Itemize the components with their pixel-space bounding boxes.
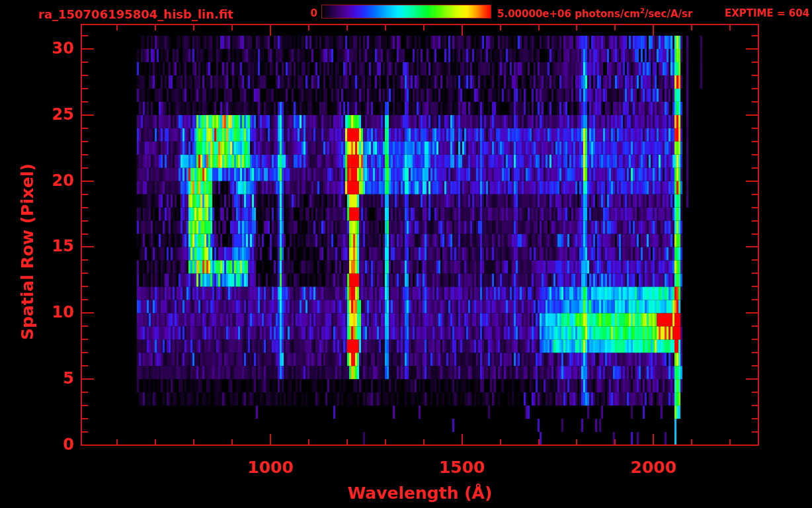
y-tick-label: 25 — [26, 105, 74, 124]
colorbar-max-value: 5.00000e+06 — [497, 8, 571, 20]
y-tick-label: 5 — [26, 369, 74, 388]
colorbar-units-post: /sec/A/sr — [645, 8, 692, 20]
colorbar-max-label: 5.00000e+06 photons/cm2/sec/A/sr — [497, 7, 692, 20]
x-tick-label: 1500 — [423, 458, 502, 477]
x-tick-label: 1000 — [231, 458, 310, 477]
colorbar-min-label: 0 — [294, 7, 317, 19]
spectral-image-canvas — [0, 0, 812, 508]
y-axis-label: Spatial Row (Pixel) — [18, 156, 37, 348]
y-tick-label: 30 — [26, 39, 74, 58]
x-tick-label: 2000 — [614, 458, 693, 477]
x-axis-label: Wavelength (Å) — [301, 484, 539, 503]
colorbar-units-pre: photons/cm — [571, 8, 640, 20]
colorbar-gradient — [321, 5, 491, 19]
colorbar-units-superscript: 2 — [640, 7, 645, 15]
spectral-display-window: ra_150706195804_hisb_lin.fit 0 5.00000e+… — [0, 0, 812, 508]
image-filename-title: ra_150706195804_hisb_lin.fit — [38, 7, 233, 21]
exptime-label: EXPTIME = 604 s — [725, 7, 812, 19]
y-tick-label: 0 — [26, 435, 74, 454]
